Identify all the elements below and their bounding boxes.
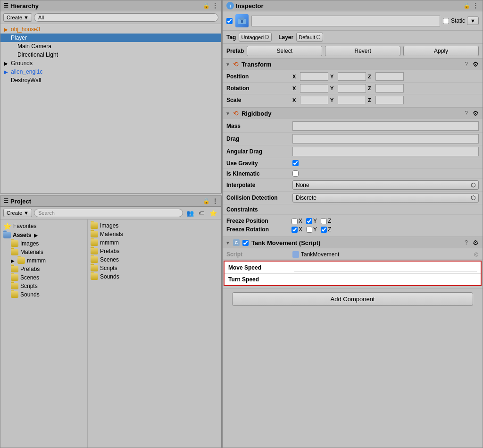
freeze-pos-y-item: Y <box>306 218 317 224</box>
rotation-y-input[interactable]: 0 <box>338 84 366 93</box>
move-speed-input[interactable]: 5 <box>294 263 477 272</box>
tag-select[interactable]: Untagged ⬡ <box>239 33 272 42</box>
project-tree-images[interactable]: Images <box>0 239 87 248</box>
prefab-revert-button[interactable]: Revert <box>325 46 400 56</box>
tank-movement-active-checkbox[interactable] <box>242 240 249 246</box>
transform-help-button[interactable]: ? <box>464 61 469 68</box>
add-component-button[interactable]: Add Component <box>232 292 473 306</box>
freeze-rotation-row: Freeze Rotation X Y <box>226 225 479 234</box>
hierarchy-item-destroywall[interactable]: DestroyWall <box>0 76 221 85</box>
hierarchy-search-input[interactable] <box>34 13 218 22</box>
project-right-item[interactable]: Materials <box>88 230 221 238</box>
project-right-item[interactable]: Images <box>88 221 221 230</box>
project-right-item[interactable]: Prefabs <box>88 247 221 255</box>
project-tag-icon[interactable]: 🏷 <box>197 209 206 217</box>
project-tree-materials[interactable]: Materials <box>0 248 87 256</box>
layer-select[interactable]: Default ⬡ <box>296 33 323 42</box>
tag-label: Tag <box>226 34 236 41</box>
object-name-input[interactable]: Player <box>251 16 440 26</box>
project-people-icon[interactable]: 👥 <box>185 209 195 217</box>
freeze-pos-z-item: Z <box>321 218 331 224</box>
project-tree-mmmm[interactable]: ▶ mmmm <box>0 256 87 265</box>
angular-drag-input[interactable]: 0.05 <box>292 147 479 156</box>
project-assets-root[interactable]: Assets ▶ <box>0 231 87 239</box>
scale-x-input[interactable]: 0.5 <box>300 96 328 104</box>
hierarchy-item-grounds[interactable]: ▶ Grounds <box>0 59 221 68</box>
collision-select[interactable]: Discrete ⬡ <box>292 193 479 203</box>
turn-speed-label: Turn Speed <box>228 276 294 283</box>
tank-movement-body: Script TankMovement ◎ Move Speed 5 <box>223 248 483 288</box>
rotation-z-input[interactable]: 0 <box>375 84 404 93</box>
freeze-rot-x-checkbox[interactable] <box>291 227 298 233</box>
menu-icon[interactable]: ⋮ <box>472 2 479 9</box>
hierarchy-create-button[interactable]: Create ▼ <box>3 13 32 22</box>
transform-header[interactable]: ▼ ⟲ Transform ? ⚙ <box>223 59 483 70</box>
project-tree-scripts[interactable]: Scripts <box>0 282 87 290</box>
menu-icon[interactable]: ⋮ <box>212 2 218 9</box>
project-star-icon[interactable]: ⭐ <box>208 209 218 217</box>
hierarchy-item-alien-engi[interactable]: ▶ alien_engi1c <box>0 68 221 76</box>
tank-movement-header[interactable]: ▼ C Tank Movement (Script) ? ⚙ <box>223 237 483 248</box>
rigidbody-header[interactable]: ▼ ⟲ Rigidbody ? ⚙ <box>223 108 483 119</box>
project-search-input[interactable] <box>34 209 183 217</box>
x-label: X <box>292 74 298 79</box>
freeze-pos-checks: X Y Z <box>291 218 331 224</box>
prefab-select-button[interactable]: Select <box>247 46 322 56</box>
script-file-icon <box>292 251 299 258</box>
menu-icon[interactable]: ⋮ <box>212 197 218 205</box>
mass-input[interactable]: 1 <box>292 121 479 131</box>
rigidbody-help-button[interactable]: ? <box>464 110 469 117</box>
project-right-item[interactable]: mmmm <box>88 238 221 247</box>
project-right-item[interactable]: Sounds <box>88 272 221 281</box>
object-active-checkbox[interactable] <box>226 18 233 24</box>
static-dropdown-button[interactable]: ▼ <box>467 17 479 25</box>
project-tree-sounds[interactable]: Sounds <box>0 290 87 299</box>
mass-label: Mass <box>226 123 292 129</box>
hierarchy-item-directional-light[interactable]: Directional Light <box>0 51 221 59</box>
hierarchy-item-label: obj_house3 <box>11 26 40 33</box>
project-tree-label: Assets <box>13 232 31 238</box>
hierarchy-header: ☰ Hierarchy 🔒 ⋮ <box>0 0 221 11</box>
freeze-pos-z-checkbox[interactable] <box>321 218 327 224</box>
project-right-item[interactable]: Scenes <box>88 255 221 264</box>
transform-gear-button[interactable]: ⚙ <box>472 60 480 68</box>
position-x-input[interactable]: 0 <box>300 72 328 81</box>
freeze-pos-x-checkbox[interactable] <box>291 218 298 224</box>
project-tree-scenes[interactable]: Scenes <box>0 273 87 282</box>
static-label: Static <box>451 17 465 24</box>
rigidbody-gear-button[interactable]: ⚙ <box>472 110 480 117</box>
project-favorites[interactable]: ⭐ Favorites <box>0 221 87 231</box>
freeze-pos-y-checkbox[interactable] <box>306 218 312 224</box>
use-gravity-checkbox[interactable] <box>292 160 299 166</box>
z-label: Z <box>368 85 374 91</box>
scale-y-input[interactable]: 0.5 <box>338 96 366 104</box>
hierarchy-item-obj-house3[interactable]: ▶ obj_house3 <box>0 25 221 34</box>
arrow-icon: ▶ <box>11 258 16 263</box>
rotation-x-input[interactable]: 0 <box>300 84 328 93</box>
hierarchy-item-main-camera[interactable]: Main Camera <box>0 42 221 51</box>
static-checkbox[interactable] <box>443 18 449 24</box>
drag-input[interactable]: 0 <box>292 134 479 144</box>
position-y-input[interactable]: 0.1 <box>338 72 366 81</box>
constraints-label: Constraints <box>226 206 292 213</box>
freeze-rot-z-checkbox[interactable] <box>321 227 327 233</box>
scale-z-input[interactable]: 0.5 <box>375 96 404 104</box>
folder-icon <box>91 239 98 246</box>
freeze-rot-y-checkbox[interactable] <box>306 227 312 233</box>
is-kinematic-checkbox[interactable] <box>292 170 299 177</box>
project-tree-prefabs[interactable]: Prefabs <box>0 265 87 273</box>
prefab-apply-button[interactable]: Apply <box>403 46 479 56</box>
drag-row: Drag 0 <box>223 133 483 145</box>
interpolate-label: Interpolate <box>226 182 292 188</box>
position-z-input[interactable]: -10 <box>375 72 404 81</box>
turn-speed-input[interactable]: 100 <box>294 275 477 284</box>
constraints-section: Freeze Position X Y <box>223 215 483 236</box>
tank-movement-gear-button[interactable]: ⚙ <box>472 239 480 246</box>
lock-icon: 🔒 <box>203 2 210 9</box>
project-create-button[interactable]: Create ▼ <box>3 209 32 217</box>
project-right-item[interactable]: Scripts <box>88 264 221 272</box>
tank-movement-help-button[interactable]: ? <box>464 239 469 246</box>
drag-label: Drag <box>226 135 292 142</box>
hierarchy-item-player[interactable]: Player <box>0 34 221 42</box>
interpolate-select[interactable]: None ⬡ <box>292 180 479 190</box>
